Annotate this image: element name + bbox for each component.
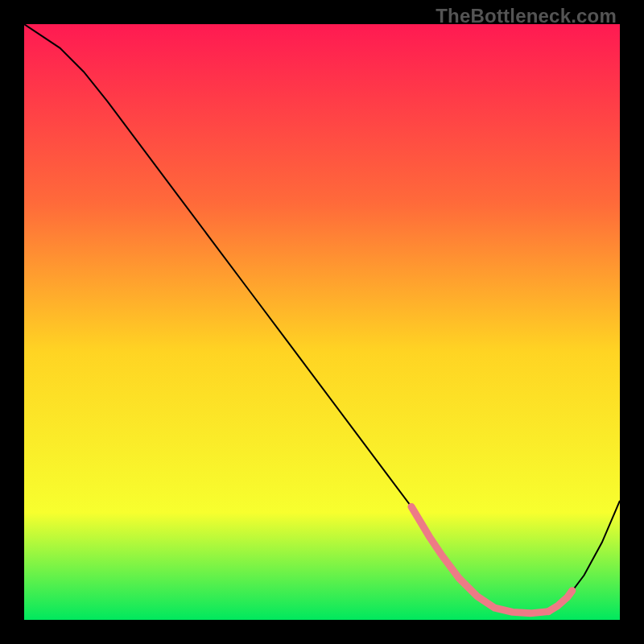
bottleneck-chart	[24, 24, 620, 620]
plot-area	[24, 24, 620, 620]
chart-frame: TheBottleneck.com	[0, 0, 644, 644]
gradient-background	[24, 24, 620, 620]
